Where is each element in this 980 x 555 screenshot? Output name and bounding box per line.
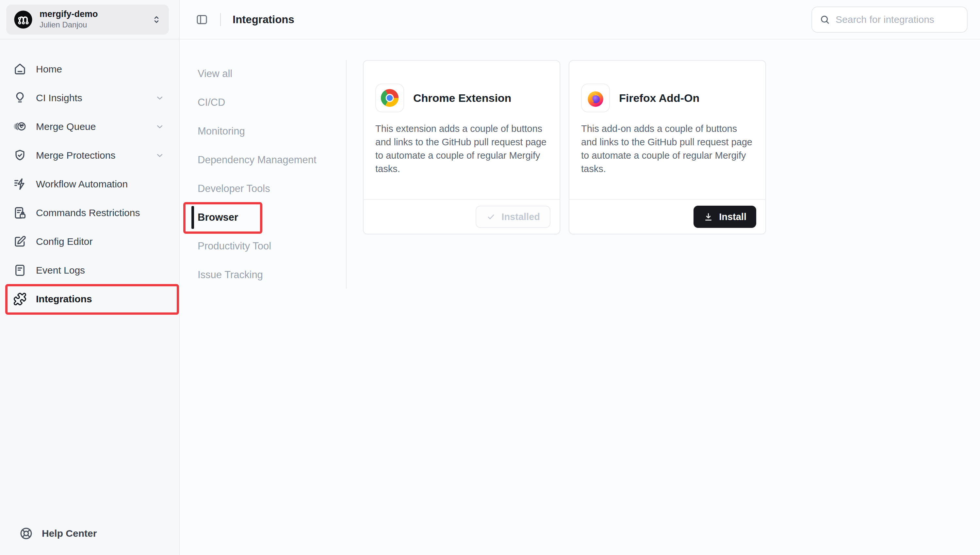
merge-queue-icon: [13, 120, 27, 133]
chevrons-up-down-icon: [151, 14, 162, 25]
card-body: Firefox Add-On This add-on adds a couple…: [569, 61, 765, 176]
sidebar-item-label: Workflow Automation: [36, 178, 128, 190]
chevron-down-icon[interactable]: [155, 151, 165, 160]
sidebar-item-label: Merge Queue: [36, 121, 96, 132]
help-center-label: Help Center: [42, 528, 97, 539]
search-box: [811, 6, 967, 33]
card-footer: Install: [569, 199, 765, 234]
workspace-selector[interactable]: mergify-demo Julien Danjou: [6, 5, 169, 35]
app-header: Firefox Add-On: [581, 83, 753, 112]
sidebar-item-label: Event Logs: [36, 265, 85, 276]
installed-button[interactable]: Installed: [476, 206, 550, 228]
page-title: Integrations: [233, 13, 294, 26]
zap-lines-icon: [13, 177, 27, 191]
lifebuoy-icon: [19, 526, 33, 541]
topbar: Integrations: [180, 0, 980, 40]
category-label: Browser: [198, 212, 238, 223]
app-icon-box: [375, 83, 404, 112]
category-item-cicd[interactable]: CI/CD: [198, 88, 346, 117]
sidebar-item-label: Home: [36, 64, 62, 75]
category-label: Issue Tracking: [198, 269, 263, 281]
home-icon: [13, 63, 27, 76]
category-label: Monitoring: [198, 125, 245, 137]
chevron-down-icon[interactable]: [155, 93, 165, 103]
category-label: Dependency Management: [198, 154, 316, 166]
category-list: View all CI/CD Monitoring Dependency Man…: [180, 59, 346, 555]
workspace-name: mergify-demo: [40, 10, 98, 19]
search-input[interactable]: [835, 14, 960, 25]
app-title: Firefox Add-On: [619, 92, 699, 104]
sidebar-item-event-logs[interactable]: Event Logs: [0, 259, 179, 281]
sidebar-item-merge-queue[interactable]: Merge Queue: [0, 115, 179, 138]
install-button[interactable]: Install: [694, 206, 756, 228]
sidebar-item-merge-protections[interactable]: Merge Protections: [0, 144, 179, 167]
search-icon: [819, 14, 831, 25]
doc-lines-icon: [13, 263, 27, 277]
workspace-texts: mergify-demo Julien Danjou: [40, 10, 98, 29]
card-body: Chrome Extension This extension adds a c…: [363, 61, 559, 176]
category-item-dependency-management[interactable]: Dependency Management: [198, 146, 346, 174]
app-icon-box: [581, 83, 610, 112]
app-title: Chrome Extension: [413, 92, 511, 104]
sidebar-item-integrations[interactable]: Integrations: [0, 288, 179, 310]
card-chrome-extension: Chrome Extension This extension adds a c…: [363, 60, 560, 234]
main-area: Integrations View all CI/CD Monitoring D…: [180, 0, 980, 555]
app-description: This extension adds a couple of buttons …: [375, 122, 547, 176]
category-label: CI/CD: [198, 97, 225, 108]
category-item-monitoring[interactable]: Monitoring: [198, 117, 346, 146]
category-item-productivity-tool[interactable]: Productivity Tool: [198, 232, 346, 260]
integration-cards: Chrome Extension This extension adds a c…: [347, 60, 766, 555]
sidebar-item-config-editor[interactable]: Config Editor: [0, 231, 179, 253]
sidebar-item-label: Merge Protections: [36, 150, 115, 161]
card-firefox-addon: Firefox Add-On This add-on adds a couple…: [569, 60, 766, 234]
help-center-link[interactable]: Help Center: [19, 526, 179, 541]
installed-button-label: Installed: [501, 212, 540, 222]
install-button-label: Install: [719, 212, 746, 222]
sidebar-item-label: Commands Restrictions: [36, 207, 140, 218]
app-description: This add-on adds a couple of buttons and…: [581, 122, 753, 176]
sidebar-item-label: CI Insights: [36, 92, 82, 104]
panel-left-icon[interactable]: [195, 13, 209, 26]
category-item-browser[interactable]: Browser: [198, 203, 346, 232]
sidebar-footer: Help Center: [0, 526, 179, 555]
sidebar-item-commands-restrictions[interactable]: Commands Restrictions: [0, 202, 179, 224]
firefox-logo: [585, 88, 606, 108]
integrations-content: View all CI/CD Monitoring Dependency Man…: [180, 40, 980, 555]
lightbulb-icon: [13, 91, 27, 105]
sidebar-header: mergify-demo Julien Danjou: [0, 0, 179, 40]
download-icon: [703, 212, 713, 222]
sidebar-item-home[interactable]: Home: [0, 58, 179, 80]
category-label: View all: [198, 68, 232, 80]
mergify-logo: [13, 10, 33, 29]
sidebar-item-ci-insights[interactable]: CI Insights: [0, 87, 179, 109]
chrome-logo: [379, 88, 400, 108]
check-icon: [486, 212, 496, 222]
app-header: Chrome Extension: [375, 83, 547, 112]
doc-lock-icon: [13, 206, 27, 220]
sidebar: mergify-demo Julien Danjou Home CI Insig…: [0, 0, 180, 555]
category-item-issue-tracking[interactable]: Issue Tracking: [198, 260, 346, 289]
card-footer: Installed: [363, 199, 559, 234]
category-item-developer-tools[interactable]: Developer Tools: [198, 174, 346, 203]
category-label: Developer Tools: [198, 183, 270, 194]
puzzle-icon: [13, 292, 27, 306]
sidebar-item-workflow-automation[interactable]: Workflow Automation: [0, 173, 179, 195]
sidebar-item-label: Config Editor: [36, 236, 92, 247]
workspace-owner: Julien Danjou: [40, 21, 98, 29]
shield-check-icon: [13, 149, 27, 162]
category-label: Productivity Tool: [198, 240, 271, 252]
sidebar-item-label: Integrations: [36, 294, 92, 305]
chevron-down-icon[interactable]: [155, 122, 165, 132]
edit-icon: [13, 235, 27, 249]
topbar-divider: [220, 13, 221, 26]
sidebar-nav: Home CI Insights Merge Queue: [0, 40, 179, 317]
category-item-view-all[interactable]: View all: [198, 59, 346, 88]
